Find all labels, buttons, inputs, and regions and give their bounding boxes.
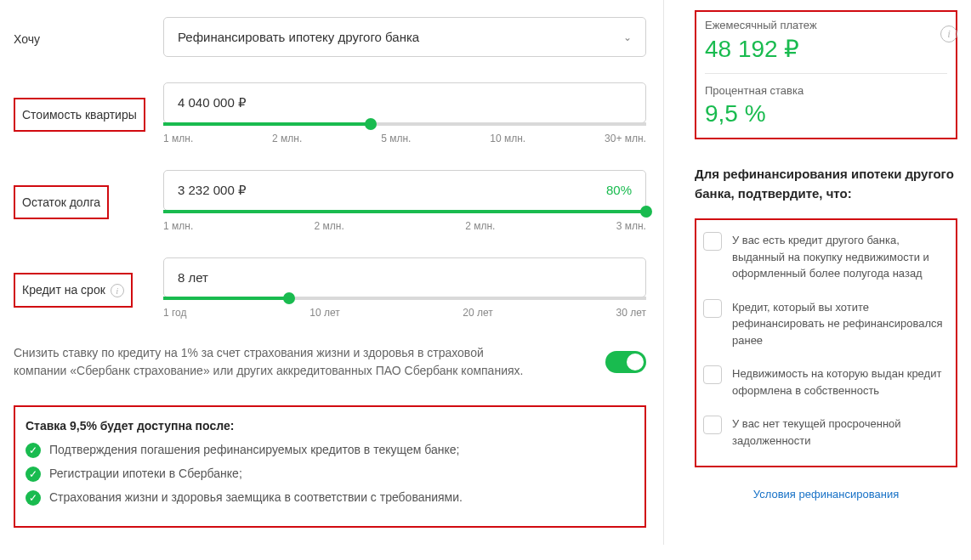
term-value: 8 лет xyxy=(178,270,208,285)
debt-input[interactable]: 3 232 000 ₽ 80% xyxy=(163,170,646,211)
term-ticks: 1 год10 лет20 лет30 лет xyxy=(163,307,646,319)
price-ticks: 1 млн.2 млн.5 млн.10 млн.30+ млн. xyxy=(163,133,646,144)
checkbox[interactable] xyxy=(703,365,722,384)
tick: 2 млн. xyxy=(315,220,344,232)
want-value: Рефинансировать ипотеку другого банка xyxy=(178,30,419,44)
price-value: 4 040 000 ₽ xyxy=(178,95,247,110)
tick: 2 млн. xyxy=(272,133,302,144)
price-slider[interactable] xyxy=(163,122,646,126)
debt-value: 3 232 000 ₽ xyxy=(178,183,247,197)
rate-title: Ставка 9,5% будет доступна после: xyxy=(26,419,634,433)
check-icon: ✓ xyxy=(26,467,41,482)
rate-value: 9,5 % xyxy=(705,100,947,127)
price-slider-thumb[interactable] xyxy=(365,118,377,130)
price-input[interactable]: 4 040 000 ₽ xyxy=(163,82,646,123)
payment-label: Ежемесячный платеж xyxy=(705,19,947,31)
tick: 1 млн. xyxy=(163,133,193,144)
tick: 5 млн. xyxy=(381,133,411,144)
summary-box: Ежемесячный платеж 48 192 ₽ Процентная с… xyxy=(695,10,957,139)
confirm-title: Для рефинансирования ипотеки другого бан… xyxy=(695,165,957,203)
checkbox[interactable] xyxy=(703,232,722,251)
summary-info-icon[interactable]: i xyxy=(935,25,957,42)
info-icon[interactable]: i xyxy=(111,284,124,297)
tick: 30 лет xyxy=(616,307,646,319)
check-icon: ✓ xyxy=(26,490,41,506)
want-select[interactable]: Рефинансировать ипотеку другого банка ⌄ xyxy=(163,17,646,57)
debt-slider[interactable] xyxy=(163,210,646,213)
debt-ticks: 1 млн.2 млн.2 млн.3 млн. xyxy=(163,220,646,232)
insurance-toggle[interactable] xyxy=(605,351,646,373)
checkbox[interactable] xyxy=(703,416,722,434)
confirm-item: Кредит, который вы хотите рефинансироват… xyxy=(703,299,947,349)
debt-slider-thumb[interactable] xyxy=(640,206,652,218)
tick: 10 млн. xyxy=(490,133,525,144)
want-label: Хочу xyxy=(14,17,163,46)
tick: 10 лет xyxy=(309,307,339,319)
rate-item: ✓Подтверждения погашения рефинансируемых… xyxy=(26,443,634,458)
tick: 30+ млн. xyxy=(605,133,646,144)
debt-label: Остаток долга xyxy=(14,185,109,219)
confirm-box: У вас есть кредит другого банка, выданны… xyxy=(695,218,957,467)
payment-value: 48 192 ₽ xyxy=(705,35,947,63)
confirm-item: У вас нет текущей просроченной задолженн… xyxy=(703,416,947,449)
term-slider[interactable] xyxy=(163,297,646,300)
rate-availability-box: Ставка 9,5% будет доступна после: ✓Подтв… xyxy=(14,405,646,528)
term-label: Кредит на срокi xyxy=(14,273,133,308)
rate-label: Процентная ставка xyxy=(705,84,947,97)
confirm-item: Недвижимость на которую выдан кредит офо… xyxy=(703,365,947,399)
debt-percent: 80% xyxy=(606,183,632,197)
terms-link[interactable]: Условия рефинансирования xyxy=(695,488,957,501)
price-label: Стоимость квартиры xyxy=(14,98,145,132)
rate-item: ✓Страхования жизни и здоровья заемщика в… xyxy=(26,490,634,506)
rate-item: ✓Регистрации ипотеки в Сбербанке; xyxy=(26,467,634,482)
checkbox[interactable] xyxy=(703,299,722,318)
tick: 1 год xyxy=(163,307,187,319)
term-slider-thumb[interactable] xyxy=(283,292,295,304)
tick: 2 млн. xyxy=(465,220,495,232)
toggle-knob xyxy=(627,354,644,371)
term-input[interactable]: 8 лет xyxy=(163,257,646,297)
tick: 3 млн. xyxy=(616,220,646,232)
chevron-down-icon: ⌄ xyxy=(623,31,632,43)
tick: 1 млн. xyxy=(163,220,193,232)
check-icon: ✓ xyxy=(26,443,41,458)
insurance-text: Снизить ставку по кредиту на 1% за счет … xyxy=(14,344,524,380)
confirm-item: У вас есть кредит другого банка, выданны… xyxy=(703,232,947,282)
tick: 20 лет xyxy=(463,307,492,319)
